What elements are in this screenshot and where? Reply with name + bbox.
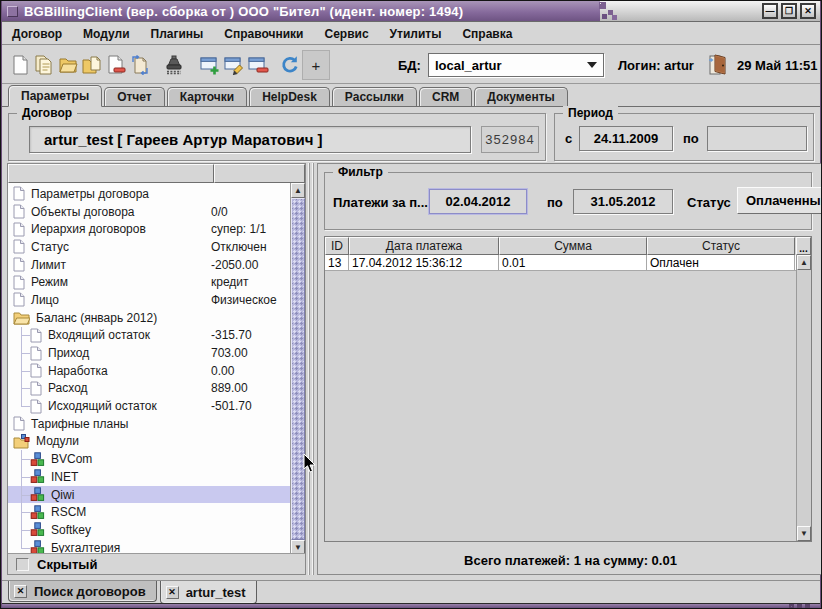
table-columns-button[interactable]: ...	[796, 237, 811, 255]
table-row[interactable]: 1317.04.2012 15:36:120.01Оплачен	[325, 255, 811, 271]
menu-item-1[interactable]: Модули	[83, 27, 129, 41]
close-tab-icon[interactable]: ✕	[166, 586, 179, 599]
tab-5[interactable]: CRM	[419, 87, 472, 106]
contract-tab-label: artur_test	[186, 585, 246, 600]
tree-scrollbar[interactable]: ▲ ▼	[290, 183, 305, 555]
titlebar: BGBillingClient (вер. сборка от ) ООО "Б…	[2, 1, 820, 22]
filter-status-select[interactable]: Оплаченны	[737, 187, 822, 214]
close-button[interactable]: ✕	[800, 3, 816, 19]
tab-4[interactable]: Рассылки	[332, 87, 417, 106]
tree-item-label: Softkey	[51, 523, 91, 537]
db-select[interactable]: local_artur	[428, 53, 604, 77]
scroll-down-icon[interactable]: ▼	[797, 526, 811, 541]
maximize-button[interactable]: ❐	[781, 3, 797, 19]
tab-0[interactable]: Параметры	[8, 85, 102, 107]
copy-document-icon[interactable]	[32, 52, 56, 78]
payments-period-label: Платежи за п...	[333, 195, 428, 210]
tree-row-18[interactable]: RSCM	[8, 503, 290, 521]
tree-row-12[interactable]: Исходящий остаток-501.70	[8, 397, 290, 415]
open-folder-icon[interactable]	[56, 52, 80, 78]
stamp-icon[interactable]	[162, 52, 186, 78]
db-selected-value: local_artur	[435, 58, 587, 73]
tab-1[interactable]: Отчет	[104, 87, 165, 106]
tab-label: CRM	[432, 90, 459, 104]
refresh-icon[interactable]	[278, 52, 302, 78]
remove-document-icon[interactable]	[104, 52, 128, 78]
panel-splitter[interactable]	[306, 163, 317, 575]
resize-grip[interactable]	[791, 606, 792, 607]
tree-row-13[interactable]: Тарифные планы	[8, 415, 290, 433]
tree-row-1[interactable]: Объекты договора0/0	[8, 203, 290, 221]
filter-date-from-field[interactable]: 02.04.2012	[429, 189, 527, 214]
tree-row-0[interactable]: Параметры договора	[8, 185, 290, 203]
tree-row-10[interactable]: Наработка0.00	[8, 362, 290, 380]
new-document-icon[interactable]	[8, 52, 32, 78]
tree-scrollbar-thumb[interactable]	[291, 198, 305, 540]
menu-item-2[interactable]: Плагины	[151, 27, 204, 41]
tree-header-value-column[interactable]	[214, 164, 305, 183]
exit-door-icon[interactable]	[706, 53, 728, 77]
app-window: BGBillingClient (вер. сборка от ) ООО "Б…	[0, 0, 822, 609]
page-icon	[13, 416, 25, 431]
contract-field[interactable]: artur_test [ Гареев Артур Маратович ]	[29, 126, 471, 153]
scroll-up-icon[interactable]: ▲	[291, 183, 305, 198]
add-tab-button[interactable]: +	[302, 50, 330, 80]
tree-row-17[interactable]: Qiwi	[8, 486, 290, 504]
menu-item-6[interactable]: Справка	[462, 27, 512, 41]
menu-item-3[interactable]: Справочники	[224, 27, 303, 41]
remove-window-icon[interactable]	[246, 52, 270, 78]
replace-document-icon[interactable]	[128, 52, 152, 78]
menu-item-0[interactable]: Договор	[12, 27, 62, 41]
tree-row-6[interactable]: ЛицоФизическое	[8, 291, 290, 309]
tab-3[interactable]: HelpDesk	[249, 87, 330, 106]
contract-groupbox: Договор artur_test [ Гареев Артур Марато…	[8, 113, 546, 161]
tree-row-5[interactable]: Режимкредит	[8, 273, 290, 291]
tree-item-value: -315.70	[211, 328, 252, 342]
tab-label: Документы	[487, 90, 554, 104]
table-scrollbar[interactable]: ▲ ▼	[796, 255, 811, 541]
tree-row-8[interactable]: Входящий остаток-315.70	[8, 327, 290, 345]
login-label: Логин: artur	[618, 58, 694, 73]
close-tab-icon[interactable]: ✕	[14, 585, 27, 598]
tree-row-15[interactable]: BVCom	[8, 450, 290, 468]
contract-tab-label: Поиск договоров	[34, 584, 146, 599]
tree-item-value: 703.00	[211, 346, 248, 360]
modules-folder-icon	[13, 434, 30, 449]
tree-row-16[interactable]: INET	[8, 468, 290, 486]
tree-column-headers	[8, 164, 305, 183]
tree-item-label: INET	[51, 470, 78, 484]
contract-tab-1[interactable]: ✕artur_test	[160, 581, 257, 604]
tree-row-14[interactable]: Модули	[8, 433, 290, 451]
tree-row-11[interactable]: Расход889.00	[8, 380, 290, 398]
documents-folder-icon[interactable]	[80, 52, 104, 78]
menubar: ДоговорМодулиПлагиныСправочникиСервисУти…	[2, 23, 820, 45]
tree-row-19[interactable]: Softkey	[8, 521, 290, 539]
open-contracts-tab-bar: ✕Поиск договоров✕artur_test	[2, 580, 820, 604]
tree-row-4[interactable]: Лимит-2050.00	[8, 256, 290, 274]
chevron-down-icon	[587, 62, 597, 68]
tree-row-2[interactable]: Иерархия договоровсупер: 1/1	[8, 220, 290, 238]
menu-item-5[interactable]: Утилиты	[390, 27, 442, 41]
period-from-field[interactable]: 24.11.2009	[579, 126, 673, 151]
tab-6[interactable]: Документы	[474, 87, 567, 106]
column-header-1[interactable]: Дата платежа	[349, 237, 499, 255]
minimize-button[interactable]: —	[762, 3, 778, 19]
tree-row-3[interactable]: СтатусОтключен	[8, 238, 290, 256]
menu-item-4[interactable]: Сервис	[324, 27, 368, 41]
tab-2[interactable]: Карточки	[167, 87, 247, 106]
tree-row-9[interactable]: Приход703.00	[8, 344, 290, 362]
titlebar-gradient: BGBillingClient (вер. сборка от ) ООО "Б…	[2, 1, 600, 22]
tree-item-value: супер: 1/1	[211, 222, 266, 236]
column-header-2[interactable]: Сумма	[499, 237, 647, 255]
tree-header-name-column[interactable]	[8, 164, 214, 183]
edit-window-icon[interactable]	[222, 52, 246, 78]
period-to-field[interactable]	[707, 126, 807, 151]
column-header-0[interactable]: ID	[325, 237, 349, 255]
column-header-3[interactable]: Статус	[647, 237, 795, 255]
add-window-icon[interactable]	[198, 52, 222, 78]
contract-tab-0[interactable]: ✕Поиск договоров	[8, 581, 157, 602]
scroll-up-icon[interactable]: ▲	[797, 255, 811, 270]
tree-row-7[interactable]: Баланс (январь 2012)	[8, 309, 290, 327]
hidden-checkbox[interactable]	[16, 558, 29, 571]
filter-date-to-field[interactable]: 31.05.2012	[573, 189, 673, 214]
